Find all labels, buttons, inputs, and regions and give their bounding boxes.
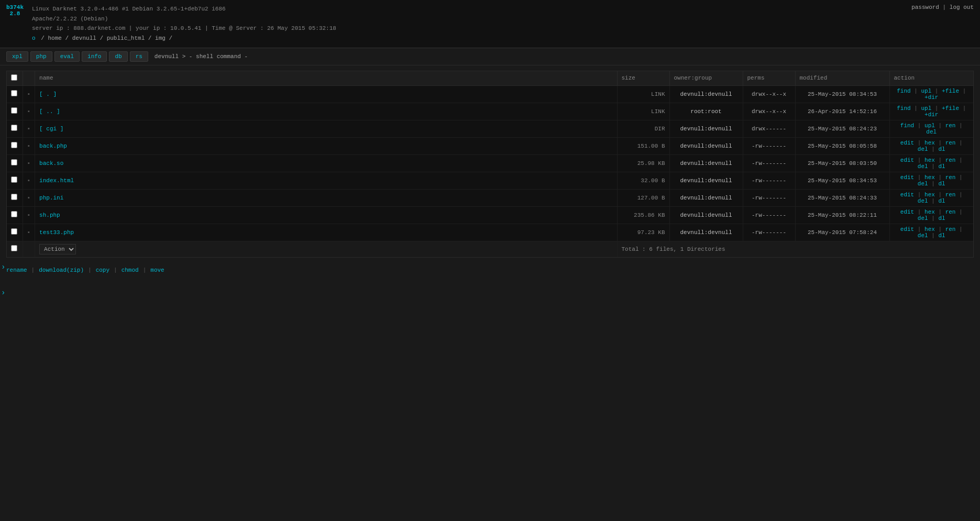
action-separator: | — [935, 157, 945, 163]
table-row: ▪[ cgi ]DIRdevnull:devnulldrwx------25-M… — [7, 120, 973, 137]
row-checkbox[interactable] — [11, 159, 17, 165]
action-ren-link[interactable]: ren — [945, 226, 956, 232]
action-del-link[interactable]: del — [918, 181, 928, 187]
file-name-link[interactable]: sh.php — [39, 212, 60, 218]
side-arrow-2[interactable]: › — [0, 286, 6, 299]
logo: b374k 2.8 — [6, 4, 24, 17]
file-type-icon: ▪ — [23, 154, 35, 172]
action-ren-link[interactable]: ren — [945, 192, 956, 198]
action-find-link[interactable]: find — [897, 105, 910, 112]
file-name-link[interactable]: [ cgi ] — [39, 126, 63, 132]
action-find-link[interactable]: find — [897, 88, 910, 94]
file-name-cell: back.php — [35, 137, 617, 154]
row-check-cell — [7, 189, 23, 206]
file-name-link[interactable]: back.so — [39, 160, 63, 167]
row-checkbox[interactable] — [11, 176, 17, 183]
action-dl-link[interactable]: dl — [938, 215, 945, 221]
action-+file-link[interactable]: +file — [942, 105, 959, 112]
file-type-icon: ▪ — [23, 206, 35, 224]
file-name-link[interactable]: [ . ] — [39, 91, 57, 97]
action-find-link[interactable]: find — [900, 123, 914, 129]
row-checkbox[interactable] — [11, 90, 17, 96]
action-ren-link[interactable]: ren — [945, 157, 956, 163]
action-del-link[interactable]: del — [918, 163, 928, 170]
nav-db-button[interactable]: db — [109, 51, 127, 62]
file-name-link[interactable]: php.ini — [39, 195, 63, 201]
row-checkbox[interactable] — [11, 125, 17, 131]
row-checkbox[interactable] — [11, 107, 17, 114]
file-name-link[interactable]: test33.php — [39, 229, 74, 236]
action-del-link[interactable]: del — [926, 129, 937, 135]
select-all-checkbox[interactable] — [11, 74, 17, 81]
action-+dir-link[interactable]: +dir — [924, 94, 938, 101]
action-hex-link[interactable]: hex — [924, 174, 935, 181]
nav-php-button[interactable]: php — [30, 51, 52, 62]
download-zip-link[interactable]: download(zip) — [39, 267, 84, 273]
file-name-link[interactable]: back.php — [39, 143, 67, 149]
action-+dir-link[interactable]: +dir — [924, 112, 938, 118]
action-del-link[interactable]: del — [918, 215, 928, 221]
action-edit-link[interactable]: edit — [900, 226, 914, 232]
action-separator: | — [935, 140, 945, 146]
action-ren-link[interactable]: ren — [945, 174, 956, 181]
action-edit-link[interactable]: edit — [900, 192, 914, 198]
table-header-row: name size owner:group perms modified act… — [7, 71, 973, 86]
file-owner-cell: devnull:devnull — [669, 189, 743, 206]
action-separator: | — [955, 140, 962, 146]
row-checkbox[interactable] — [11, 228, 17, 235]
action-hex-link[interactable]: hex — [924, 140, 935, 146]
nav-xpl-button[interactable]: xpl — [6, 51, 28, 62]
side-arrow-1[interactable]: › — [0, 261, 6, 273]
action-del-link[interactable]: del — [918, 198, 928, 204]
action-upl-link[interactable]: upl — [921, 105, 931, 112]
action-del-link[interactable]: del — [918, 232, 928, 239]
chmod-link[interactable]: chmod — [122, 267, 139, 273]
action-hex-link[interactable]: hex — [924, 209, 935, 215]
action-dl-link[interactable]: dl — [938, 181, 945, 187]
action-+file-link[interactable]: +file — [942, 88, 959, 94]
action-upl-link[interactable]: upl — [921, 88, 931, 94]
footer-total: Total : 6 files, 1 Directories — [617, 241, 973, 257]
action-hex-link[interactable]: hex — [924, 157, 935, 163]
action-dl-link[interactable]: dl — [938, 232, 945, 239]
action-separator: | — [914, 209, 924, 215]
col-header-owner: owner:group — [669, 71, 743, 86]
file-name-link[interactable]: index.html — [39, 178, 74, 184]
footer-checkbox[interactable] — [11, 245, 17, 251]
logout-link[interactable]: log out — [950, 4, 974, 10]
file-actions-cell: edit | hex | ren | del | dl — [889, 189, 973, 206]
action-dl-link[interactable]: dl — [938, 146, 945, 152]
rename-link[interactable]: rename — [6, 267, 27, 273]
password-link[interactable]: password — [911, 4, 939, 10]
action-separator: | — [935, 226, 945, 232]
action-edit-link[interactable]: edit — [900, 157, 914, 163]
row-check-cell — [7, 172, 23, 189]
nav-rs-button[interactable]: rs — [130, 51, 148, 62]
action-edit-link[interactable]: edit — [900, 174, 914, 181]
nav-eval-button[interactable]: eval — [54, 51, 80, 62]
action-del-link[interactable]: del — [918, 146, 928, 152]
col-header-size: size — [617, 71, 669, 86]
action-edit-link[interactable]: edit — [900, 209, 914, 215]
action-ren-link[interactable]: ren — [945, 140, 956, 146]
row-checkbox[interactable] — [11, 194, 17, 200]
action-dl-link[interactable]: dl — [938, 198, 945, 204]
action-edit-link[interactable]: edit — [900, 140, 914, 146]
file-name-link[interactable]: [ .. ] — [39, 108, 60, 115]
action-ren-link[interactable]: ren — [945, 209, 956, 215]
action-upl-link[interactable]: upl — [924, 123, 935, 129]
action-hex-link[interactable]: hex — [924, 226, 935, 232]
row-checkbox[interactable] — [11, 142, 17, 148]
copy-link[interactable]: copy — [96, 267, 109, 273]
file-actions-cell: find | upl | ren | del — [889, 120, 973, 137]
action-dl-link[interactable]: dl — [938, 163, 945, 170]
move-link[interactable]: move — [150, 267, 164, 273]
action-ren-link[interactable]: ren — [945, 123, 956, 129]
row-checkbox[interactable] — [11, 211, 17, 217]
file-modified-cell: 25-May-2015 08:05:58 — [795, 137, 889, 154]
action-hex-link[interactable]: hex — [924, 192, 935, 198]
table-row: ▪back.so25.98 KBdevnull:devnull-rw------… — [7, 154, 973, 172]
action-select[interactable]: Action — [39, 244, 76, 254]
nav-info-button[interactable]: info — [82, 51, 107, 62]
file-name-cell: back.so — [35, 154, 617, 172]
